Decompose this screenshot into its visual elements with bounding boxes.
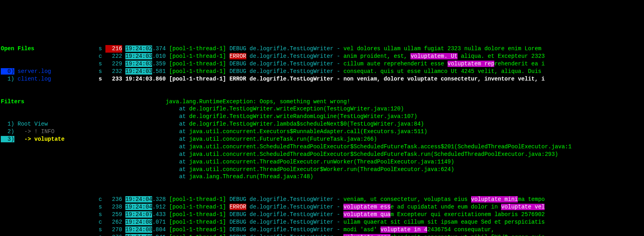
filter-item[interactable]: 3) -> voluptate — [1, 136, 99, 143]
stack-line: at de.logrifle.TestLogWriter.writeRandom… — [99, 113, 644, 120]
filter-item[interactable]: 2) -> ! INFO — [1, 128, 99, 136]
stack-line: at java.util.concurrent.ScheduledThreadP… — [99, 151, 644, 158]
log-row[interactable]: s 259 19:24:07.433 [pool-1-thread-1] DEB… — [99, 211, 644, 218]
filters-heading: Filters — [1, 98, 99, 106]
open-file-item[interactable]: 1) client.log — [1, 75, 99, 83]
exception-line: java.lang.RuntimeException: Oops, someth… — [99, 98, 644, 106]
log-row[interactable]: c 276 19:24:08.941 [pool-1-thread-1] DEB… — [99, 234, 644, 236]
stack-line: at de.logrifle.TestLogWriter.writeExcept… — [99, 105, 644, 113]
stack-line: at java.util.concurrent.ThreadPoolExecut… — [99, 158, 644, 166]
open-file-item[interactable]: 0) server.log — [1, 68, 99, 75]
stack-line: at java.util.concurrent.ThreadPoolExecut… — [99, 166, 644, 173]
stack-line: at java.util.concurrent.FutureTask.run(F… — [99, 136, 644, 143]
log-row[interactable]: s 229 19:24:03.359 [pool-1-thread-1] DEB… — [99, 60, 644, 68]
stack-line: at java.util.concurrent.Executors$Runnab… — [99, 128, 644, 136]
sidebar: Open Files 0) server.log 1) client.log F… — [0, 30, 99, 236]
log-row[interactable]: s 216 19:24:02.374 [pool-1-thread-1] DEB… — [99, 45, 644, 53]
log-row[interactable]: c 222 19:24:03.010 [pool-1-thread-1] ERR… — [99, 53, 644, 60]
open-files-heading: Open Files — [1, 45, 99, 53]
log-row[interactable]: s 232 19:24:03.581 [pool-1-thread-1] DEB… — [99, 68, 644, 75]
stack-line: at de.logrifle.TestLogWriter.lambda$sche… — [99, 120, 644, 128]
stack-line: at java.util.concurrent.ScheduledThreadP… — [99, 143, 644, 151]
log-row[interactable]: s 238 19:24:04.912 [pool-1-thread-1] ERR… — [99, 203, 644, 211]
log-row[interactable]: s 270 19:24:08.804 [pool-1-thread-1] DEB… — [99, 226, 644, 234]
log-row[interactable]: s 233 19:24:03.860 [pool-1-thread-1] ERR… — [99, 75, 644, 83]
log-row[interactable]: c 262 19:24:08.071 [pool-1-thread-1] DEB… — [99, 218, 644, 226]
filter-item[interactable]: 1) Root View — [1, 120, 99, 128]
stack-line: at java.lang.Thread.run(Thread.java:748) — [99, 173, 644, 181]
log-pane[interactable]: s 216 19:24:02.374 [pool-1-thread-1] DEB… — [99, 30, 644, 236]
log-row[interactable]: c 236 19:24:04.328 [pool-1-thread-1] DEB… — [99, 196, 644, 203]
